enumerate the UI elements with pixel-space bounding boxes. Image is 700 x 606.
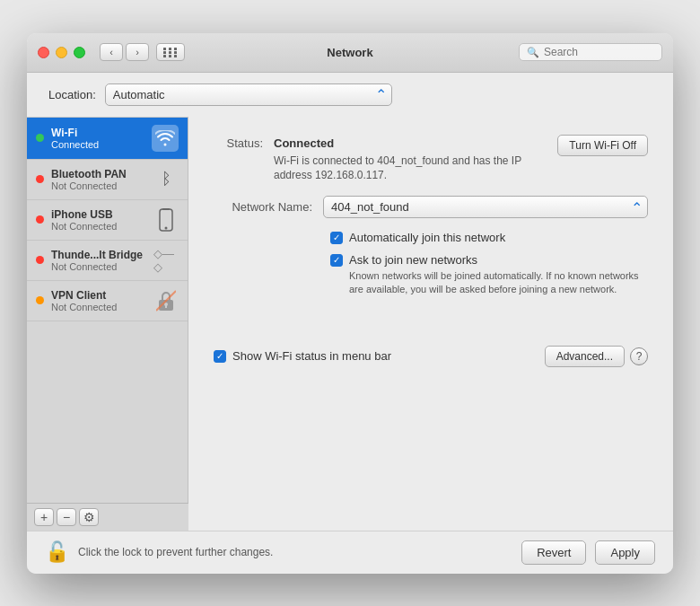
sidebar-items: Wi-Fi Connected [27, 118, 188, 321]
sidebar-item-wifi-name: Wi-Fi [51, 127, 144, 139]
gear-button[interactable]: ⚙ [79, 508, 99, 526]
status-value: Connected [274, 136, 334, 150]
sidebar-item-wifi-text: Wi-Fi Connected [51, 127, 144, 150]
status-description: Wi-Fi is connected to 404_not_found and … [274, 154, 547, 184]
nav-buttons: ‹ › [100, 43, 149, 61]
search-input[interactable] [544, 46, 654, 58]
remove-button[interactable]: − [57, 508, 76, 526]
ask-new-label: Ask to join new networks [349, 253, 648, 267]
sidebar-item-iphone-name: iPhone USB [51, 208, 146, 221]
status-dot-iphone [36, 215, 44, 224]
svg-rect-5 [165, 305, 167, 308]
sidebar-item-vpn[interactable]: VPN Client Not Connected [27, 281, 188, 321]
sidebar-item-wifi[interactable]: Wi-Fi Connected [27, 118, 188, 160]
traffic-lights [38, 47, 85, 58]
grid-icon [163, 48, 179, 57]
sidebar-item-vpn-status: Not Connected [51, 302, 146, 312]
forward-button[interactable]: › [126, 43, 149, 61]
sidebar-item-bluetooth-status: Not Connected [51, 180, 146, 191]
maximize-button[interactable] [74, 47, 85, 58]
sidebar-item-vpn-name: VPN Client [51, 289, 146, 302]
sidebar-item-thunderbolt-status: Not Connected [51, 261, 146, 272]
check-icon-3: ✓ [216, 352, 223, 361]
revert-button[interactable]: Revert [521, 540, 586, 565]
network-select-wrapper: 404_not_found ⌃ [323, 196, 648, 218]
advanced-button[interactable]: Advanced... [545, 346, 625, 367]
auto-join-checkbox[interactable]: ✓ [330, 232, 343, 244]
sidebar: Wi-Fi Connected [27, 117, 188, 503]
sidebar-item-iphone-status: Not Connected [51, 221, 146, 232]
ask-new-row: ✓ Ask to join new networks Known network… [330, 253, 648, 297]
search-icon: 🔍 [527, 47, 539, 58]
svg-point-2 [165, 226, 168, 229]
check-icon: ✓ [333, 233, 340, 242]
bottom-options: ✓ Show Wi-Fi status in menu bar Advanced… [214, 337, 648, 367]
close-button[interactable] [38, 47, 49, 58]
ask-new-checkbox[interactable]: ✓ [330, 254, 343, 267]
show-wifi-label: Show Wi-Fi status in menu bar [232, 349, 391, 363]
sidebar-item-vpn-text: VPN Client Not Connected [51, 289, 146, 312]
apply-button[interactable]: Apply [595, 540, 655, 565]
location-select-wrapper: Automatic Edit Locations... ⌃ [105, 83, 392, 106]
auto-join-row: ✓ Automatically join this network [330, 231, 648, 244]
ask-new-desc: Known networks will be joined automatica… [349, 269, 648, 297]
sidebar-item-bluetooth-name: Bluetooth PAN [51, 168, 146, 180]
status-dot-wifi [36, 134, 44, 142]
network-name-label: Network Name: [214, 200, 312, 214]
turn-wifi-off-button[interactable]: Turn Wi-Fi Off [557, 135, 648, 156]
status-info: Connected Wi-Fi is connected to 404_not_… [274, 135, 547, 184]
wifi-icon [152, 125, 179, 152]
location-select[interactable]: Automatic Edit Locations... [105, 83, 392, 106]
network-name-select[interactable]: 404_not_found [323, 196, 648, 218]
lock-text: Click the lock to prevent further change… [78, 546, 512, 558]
status-label: Status: [214, 135, 263, 150]
thunderbolt-icon: ◇—◇ [153, 248, 179, 273]
vpn-icon [153, 288, 179, 313]
status-dot-vpn [36, 296, 44, 304]
location-label: Location: [48, 88, 96, 101]
checkboxes: ✓ Automatically join this network ✓ Ask … [214, 231, 648, 297]
sidebar-item-thunderbolt-name: Thunde...lt Bridge [51, 249, 146, 261]
status-dot-bluetooth [36, 175, 44, 183]
sidebar-controls: + − ⚙ [27, 503, 188, 531]
show-wifi-checkbox[interactable]: ✓ [214, 350, 226, 363]
sidebar-item-bluetooth-text: Bluetooth PAN Not Connected [51, 168, 146, 191]
help-button[interactable]: ? [630, 347, 648, 365]
sidebar-item-bluetooth-pan[interactable]: Bluetooth PAN Not Connected ᛒ [27, 160, 188, 200]
sidebar-item-thunderbolt[interactable]: Thunde...lt Bridge Not Connected ◇—◇ [27, 241, 188, 281]
window-title: Network [327, 46, 372, 59]
location-bar: Location: Automatic Edit Locations... ⌃ [27, 73, 673, 117]
iphone-icon [153, 207, 179, 233]
sidebar-item-thunderbolt-text: Thunde...lt Bridge Not Connected [51, 249, 146, 272]
minimize-button[interactable] [56, 47, 67, 58]
ask-new-text-block: Ask to join new networks Known networks … [349, 253, 648, 297]
grid-button[interactable] [156, 43, 185, 61]
right-panel: Status: Connected Wi-Fi is connected to … [188, 117, 673, 531]
titlebar: ‹ › Network 🔍 [27, 33, 673, 73]
search-box[interactable]: 🔍 [519, 43, 662, 61]
check-icon-2: ✓ [333, 256, 340, 265]
back-button[interactable]: ‹ [100, 43, 123, 61]
sidebar-item-iphone-text: iPhone USB Not Connected [51, 208, 146, 232]
sidebar-item-wifi-status: Connected [51, 139, 144, 150]
show-wifi-row: ✓ Show Wi-Fi status in menu bar [214, 349, 545, 363]
auto-join-label: Automatically join this network [349, 231, 505, 244]
status-dot-thunderbolt [36, 256, 44, 264]
sidebar-item-iphone-usb[interactable]: iPhone USB Not Connected [27, 200, 188, 241]
network-name-row: Network Name: 404_not_found ⌃ [214, 196, 648, 218]
sidebar-wrapper: Wi-Fi Connected [27, 117, 188, 531]
lock-icon[interactable]: 🔓 [45, 540, 69, 564]
add-button[interactable]: + [34, 508, 54, 526]
main-area: Wi-Fi Connected [27, 117, 673, 531]
bluetooth-icon: ᛒ [153, 167, 179, 192]
network-window: ‹ › Network 🔍 Location: Automatic Edit L… [27, 33, 673, 574]
footer: 🔓 Click the lock to prevent further chan… [27, 531, 673, 574]
svg-rect-1 [162, 208, 170, 210]
status-row: Status: Connected Wi-Fi is connected to … [214, 135, 648, 184]
